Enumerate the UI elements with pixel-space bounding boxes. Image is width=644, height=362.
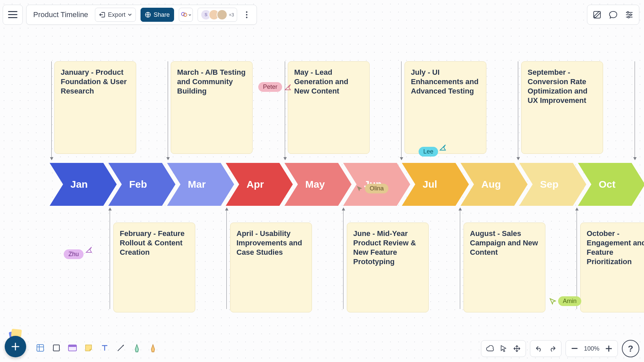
note-text: July - UI Enhancements and Advanced Test… — [411, 68, 479, 95]
card-tool[interactable] — [65, 341, 80, 355]
cursor-label: Amin — [558, 296, 581, 306]
connector-line — [518, 61, 518, 160]
highlighter-tool[interactable] — [146, 341, 160, 355]
ai-copilot-button[interactable] — [179, 8, 193, 22]
ai-copilot-icon — [180, 11, 188, 18]
cursor-icon — [86, 246, 92, 253]
kebab-icon — [246, 11, 248, 18]
text-icon — [101, 344, 109, 352]
shape-toolbar — [31, 339, 162, 357]
svg-rect-26 — [53, 345, 59, 351]
undo-button[interactable] — [533, 343, 545, 355]
connector-line — [577, 208, 577, 309]
connector-line — [635, 61, 635, 160]
collaborators-button[interactable]: S +3 — [198, 8, 237, 22]
month-label: Feb — [129, 163, 147, 206]
svg-point-11 — [630, 14, 632, 16]
share-label: Share — [154, 11, 170, 18]
note-text: September - Conversion Rate Optimization… — [528, 68, 587, 105]
app-menu-button[interactable] — [3, 5, 23, 25]
help-button[interactable]: ? — [622, 340, 639, 357]
svg-point-12 — [628, 16, 630, 18]
connector-line — [285, 61, 285, 160]
export-icon — [99, 12, 105, 18]
timeline-note[interactable]: April - Usability Improvements and Case … — [230, 223, 312, 312]
select-tool[interactable] — [497, 343, 509, 355]
timeline-note[interactable]: March - A/B Testing and Community Buildi… — [171, 61, 253, 154]
export-label: Export — [108, 11, 125, 18]
redo-icon — [549, 345, 556, 352]
month-label: Sep — [540, 163, 558, 206]
timeline-note[interactable]: June - Mid-Year Product Review & New Fea… — [347, 223, 429, 312]
timeline-note[interactable]: September - Conversion Rate Optimization… — [521, 61, 603, 154]
line-icon — [116, 344, 125, 352]
sticky-note-icon — [85, 344, 93, 352]
cloud-sync-button[interactable] — [484, 343, 496, 355]
note-text: April - Usability Improvements and Case … — [236, 229, 302, 256]
svg-point-6 — [246, 11, 248, 13]
cloud-icon — [486, 345, 494, 352]
more-menu-button[interactable] — [242, 8, 252, 21]
month-label: May — [305, 163, 325, 206]
comment-button[interactable] — [606, 8, 620, 22]
month-label: Mar — [188, 163, 206, 206]
zoom-in-button[interactable] — [603, 343, 615, 355]
month-label: Apr — [247, 163, 264, 206]
connector-line — [226, 208, 227, 309]
chevron-down-icon — [189, 14, 191, 16]
svg-rect-0 — [8, 11, 17, 12]
svg-point-10 — [627, 12, 629, 13]
timeline-note[interactable]: August - Sales Campaign and New Content — [464, 223, 545, 312]
connector-line — [343, 208, 343, 309]
move-icon — [513, 345, 521, 352]
line-tool[interactable] — [113, 341, 128, 355]
zoom-out-button[interactable] — [569, 343, 581, 355]
settings-button[interactable] — [622, 8, 636, 22]
avatar-overflow: +3 — [229, 12, 234, 17]
timeline-note[interactable]: October - Engagement and Feature Priorit… — [580, 223, 644, 312]
timeline-note[interactable]: May - Lead Generation and New Content — [288, 61, 370, 154]
connector-line — [401, 61, 401, 160]
note-text: January - Product Foundation & User Rese… — [61, 68, 127, 95]
cursor-label: Peter — [258, 82, 282, 92]
svg-rect-28 — [68, 345, 76, 347]
zoom-in-icon — [606, 346, 612, 352]
edit-button[interactable] — [590, 8, 604, 22]
zoom-out-icon — [572, 348, 578, 349]
comment-icon — [609, 10, 618, 19]
svg-rect-1 — [8, 14, 17, 15]
rectangle-tool[interactable] — [49, 341, 64, 355]
card-icon — [68, 344, 77, 352]
add-shape-button[interactable] — [5, 336, 26, 357]
timeline-note[interactable]: July - UI Enhancements and Advanced Test… — [405, 61, 486, 154]
timeline-note[interactable]: January - Product Foundation & User Rese… — [54, 61, 136, 154]
note-text: February - Feature Rollout & Content Cre… — [120, 229, 184, 256]
note-text: October - Engagement and Feature Priorit… — [587, 229, 644, 266]
text-tool[interactable] — [97, 341, 112, 355]
timeline-note[interactable]: February - Feature Rollout & Content Cre… — [113, 223, 195, 312]
collaborator-cursor: Peter — [258, 82, 291, 92]
pen-tool[interactable] — [129, 341, 144, 355]
pan-tool[interactable] — [511, 343, 523, 355]
document-title[interactable]: Product Timeline — [31, 10, 90, 19]
redo-button[interactable] — [546, 343, 558, 355]
highlighter-icon — [149, 343, 157, 353]
svg-point-5 — [183, 13, 187, 16]
month-label: Aug — [481, 163, 501, 206]
canvas-mode-box — [481, 340, 526, 357]
share-button[interactable]: Share — [141, 8, 174, 22]
month-label: Jun — [364, 163, 382, 206]
cursor-icon — [549, 298, 556, 305]
svg-point-4 — [181, 12, 185, 16]
sticky-tool[interactable] — [81, 341, 96, 355]
pen-icon — [133, 343, 141, 353]
export-button[interactable]: Export — [95, 8, 136, 22]
zoom-level[interactable]: 100% — [582, 345, 601, 352]
plus-icon — [11, 342, 20, 351]
timeline-axis[interactable]: Jan Feb Mar Apr May Jun Jul Aug Sep Oct — [50, 163, 637, 206]
connector-line — [460, 208, 460, 309]
table-tool[interactable] — [33, 341, 48, 355]
svg-rect-2 — [8, 17, 17, 18]
hamburger-icon — [8, 11, 17, 18]
svg-point-7 — [246, 14, 248, 15]
